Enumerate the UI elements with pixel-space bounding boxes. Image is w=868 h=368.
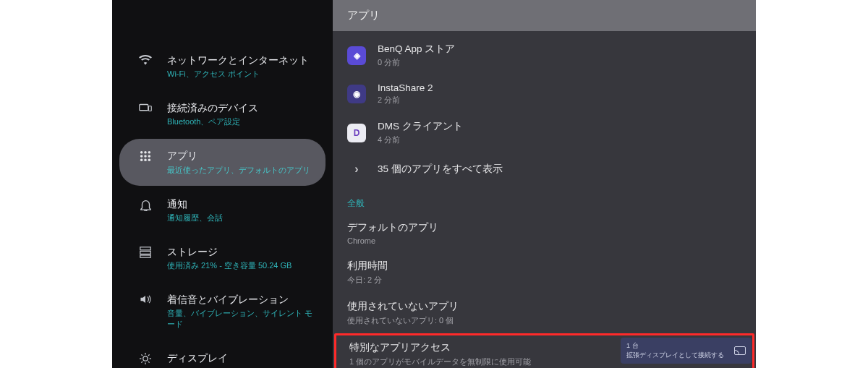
content-pane: アプリ ◈ BenQ App ストア 0 分前 ◉ InstaShare 2 2… [333,0,756,368]
sidebar-item-sound[interactable]: 着信音とバイブレーション 音量、バイブレーション、サイレント モード [119,283,326,340]
show-all-apps[interactable]: › 35 個のアプリをすべて表示 [333,153,756,186]
svg-rect-12 [140,251,150,254]
svg-rect-0 [140,105,148,111]
cast-line1: 1 台 [626,341,724,351]
recent-app-row[interactable]: ◉ InstaShare 2 2 分前 [333,75,756,113]
app-name: BenQ App ストア [378,43,455,56]
row-sub: Chrome [347,236,741,245]
show-all-label: 35 個のアプリをすべて表示 [378,163,503,176]
svg-point-4 [148,151,151,154]
sidebar-title: 着信音とバイブレーション [167,293,315,306]
svg-rect-13 [140,255,150,257]
svg-point-6 [144,155,147,158]
svg-line-20 [148,361,150,363]
app-sub: 4 分前 [378,134,463,145]
svg-point-9 [144,159,147,162]
svg-point-5 [140,155,143,158]
svg-point-14 [143,356,148,361]
sidebar-sub: Wi-Fi、アクセス ポイント [167,69,309,80]
svg-line-19 [141,355,142,356]
row-title: 使用されていないアプリ [347,300,741,313]
instashare-app-icon: ◉ [347,85,366,103]
svg-line-21 [148,355,150,356]
sidebar-title: ディスプレイ [167,351,310,364]
row-sub: 今日: 2 分 [347,275,741,286]
section-general-header: 全般 [333,186,756,214]
screen-time-row[interactable]: 利用時間 今日: 2 分 [333,252,756,293]
sidebar-item-devices[interactable]: 接続済みのデバイス Bluetooth、ペア設定 [119,91,326,137]
devices-icon [137,101,154,113]
sidebar-item-apps[interactable]: アプリ 最近使ったアプリ、デフォルトのアプリ [119,139,326,185]
settings-window: ネットワークとインターネット Wi-Fi、アクセス ポイント 接続済みのデバイス… [112,0,756,368]
storage-icon [137,245,154,258]
svg-line-22 [141,361,142,363]
apps-icon [137,149,154,162]
sidebar-sub: Bluetooth、ペア設定 [167,116,258,127]
cast-line2: 拡張ディスプレイとして接続する [626,351,724,360]
benq-app-icon: ◈ [347,46,366,65]
sidebar-item-network[interactable]: ネットワークとインターネット Wi-Fi、アクセス ポイント [119,43,326,90]
unused-apps-row[interactable]: 使用されていないアプリ 使用されていないアプリ: 0 個 [333,293,756,333]
svg-point-2 [140,151,143,154]
row-sub: 使用されていないアプリ: 0 個 [347,315,741,326]
chevron-right-icon: › [347,163,366,176]
svg-rect-1 [149,106,152,111]
row-title: デフォルトのアプリ [347,221,741,234]
bell-icon [137,197,154,211]
sidebar-sub: 音量、バイブレーション、サイレント モード [167,308,315,330]
svg-point-3 [144,151,147,154]
app-name: DMS クライアント [378,120,463,133]
sidebar-title: ストレージ [167,245,292,258]
brightness-icon [137,351,154,364]
row-title: 利用時間 [347,260,741,273]
sidebar-title: 接続済みのデバイス [167,101,258,114]
recent-app-row[interactable]: ◈ BenQ App ストア 0 分前 [333,35,756,75]
cast-icon [734,346,746,355]
svg-point-8 [140,159,143,162]
sidebar-title: ネットワークとインターネット [167,54,309,67]
sidebar-title: 通知 [167,197,223,210]
sidebar-item-notifications[interactable]: 通知 通知履歴、会話 [119,187,326,234]
settings-sidebar: ネットワークとインターネット Wi-Fi、アクセス ポイント 接続済みのデバイス… [112,0,333,368]
sidebar-item-storage[interactable]: ストレージ 使用済み 21% - 空き容量 50.24 GB [119,235,326,281]
sidebar-title: アプリ [167,149,310,162]
app-name: InstaShare 2 [378,82,433,93]
sidebar-sub: 使用済み 21% - 空き容量 50.24 GB [167,260,292,271]
recent-app-row[interactable]: D DMS クライアント 4 分前 [333,113,756,153]
wifi-icon [137,54,154,65]
sidebar-sub: 最近使ったアプリ、デフォルトのアプリ [167,165,310,176]
app-sub: 0 分前 [378,57,455,68]
sound-icon [137,293,154,304]
cast-notification[interactable]: 1 台 拡張ディスプレイとして接続する [621,338,752,364]
dms-app-icon: D [347,124,366,142]
default-apps-row[interactable]: デフォルトのアプリ Chrome [333,214,756,252]
svg-point-7 [148,155,151,158]
svg-point-10 [148,159,151,162]
content-header: アプリ [333,0,756,31]
app-sub: 2 分前 [378,95,433,106]
sidebar-sub: 通知履歴、会話 [167,213,223,223]
svg-rect-11 [140,247,150,250]
sidebar-item-display[interactable]: ディスプレイ ダークモード、フォントサイズ、明るさ [119,341,326,368]
